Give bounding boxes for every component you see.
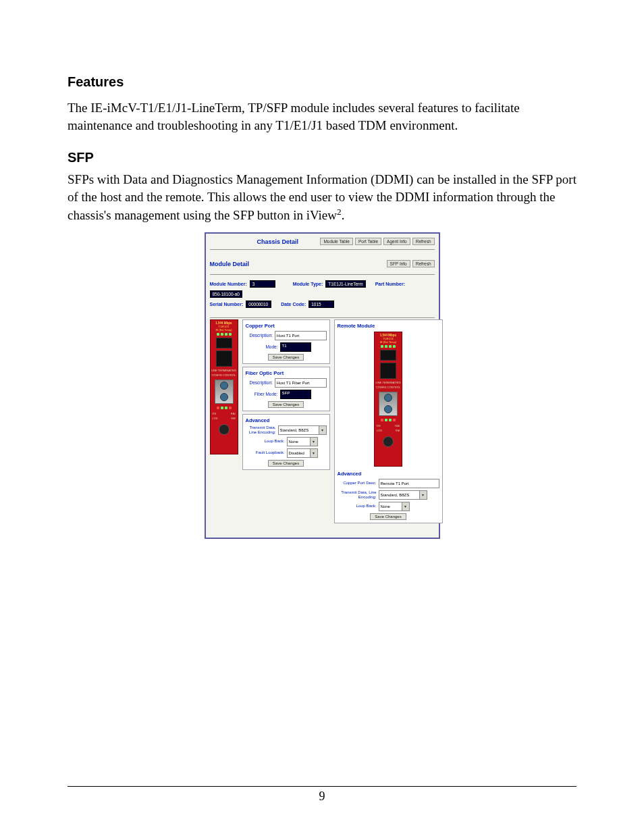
remote-loopback-select[interactable]: None▾: [379, 502, 410, 511]
part-number-label: Part Number:: [375, 282, 405, 286]
remote-config: CONFIG CONTROL: [375, 386, 401, 389]
advanced-title: Advanced: [246, 417, 327, 423]
refresh-button[interactable]: Refresh: [412, 238, 435, 245]
features-heading: Features: [68, 74, 576, 90]
remote-encoding-select[interactable]: Standard, B8ZS▾: [379, 490, 427, 500]
module-type-label: Module Type:: [293, 282, 323, 286]
fiber-port-icon: [216, 350, 232, 367]
serial-number-value: 00000010: [246, 301, 271, 308]
advanced-save-button[interactable]: Save Changes: [268, 460, 304, 467]
fiber-port-panel: Fiber Optic Port Description: Fiber Mode…: [242, 367, 330, 411]
module-number-value: 3: [250, 280, 275, 288]
agent-info-button[interactable]: Agent Info: [383, 238, 410, 245]
date-code-value: 1015: [308, 301, 334, 308]
chevron-down-icon: ▾: [310, 438, 317, 446]
page-number: 9: [0, 789, 644, 804]
module-detail-title: Module Detail: [210, 261, 250, 267]
remote-module-title: Remote Module: [338, 323, 439, 329]
fault-select[interactable]: Disabled▾: [287, 448, 318, 458]
chevron-down-icon: ▾: [402, 502, 409, 511]
sfp-text: SFPs with Data and Diagnostics Managemen…: [68, 172, 576, 222]
module-table-button[interactable]: Module Table: [320, 238, 353, 245]
led-label-rm: RM: [231, 417, 235, 420]
sfp-paragraph: SFPs with Data and Diagnostics Managemen…: [68, 171, 576, 224]
remote-save-button[interactable]: Save Changes: [370, 513, 406, 520]
features-paragraph: The IE-iMcV-T1/E1/J1-LineTerm, TP/SFP mo…: [68, 99, 576, 134]
dial-icon: [219, 424, 230, 435]
copper-mode-value: T1: [280, 342, 311, 352]
date-code-label: Date Code:: [281, 302, 306, 307]
sfp-heading: SFP: [68, 150, 576, 165]
loopback-select[interactable]: None▾: [287, 437, 318, 446]
copper-desc-label: Description:: [246, 333, 273, 338]
remote-led-label-ds: DS: [377, 424, 381, 427]
copper-port-title: Copper Port: [246, 323, 327, 329]
fiber-mode-value: SFP: [280, 390, 311, 399]
copper-mode-label: Mode:: [246, 344, 278, 349]
module-number-label: Module Number:: [210, 282, 247, 286]
remote-rj45-port-icon: [380, 350, 396, 361]
footer-rule: [68, 786, 576, 787]
copper-save-button[interactable]: Save Changes: [268, 354, 304, 361]
fiber-mode-label: Fiber Mode:: [246, 392, 278, 396]
module-type-value: T1E1J1-LineTerm: [325, 280, 365, 288]
serial-number-label: Serial Number:: [210, 302, 244, 307]
part-number-value: 850-18100-a0: [210, 290, 242, 298]
remote-fiber-port-icon: [380, 363, 396, 379]
loopback-label: Loop Back:: [246, 439, 285, 444]
remote-portdesc-input[interactable]: [379, 479, 439, 488]
device-config: CONFIG CONTROL: [211, 373, 237, 377]
remote-encoding-label: Transmit Data, Line Encoding:: [338, 490, 377, 499]
led-label-ds: DS: [213, 412, 217, 415]
chevron-down-icon: ▾: [319, 426, 326, 434]
device-line-term: LINE TERMINATING: [211, 369, 237, 372]
chevron-down-icon: ▾: [310, 449, 317, 457]
port-table-button[interactable]: Port Table: [355, 238, 381, 245]
led-label-los: LOS: [213, 417, 218, 420]
chassis-detail-title: Chassis Detail: [257, 238, 299, 245]
sfp-end: .: [342, 208, 345, 222]
fiber-save-button[interactable]: Save Changes: [268, 401, 304, 408]
host-module-image: 1.544 Mbps T1/E1/J1 IE (Ext Temp) LINE T…: [210, 319, 238, 523]
fault-label: Fault Loopback:: [246, 450, 285, 455]
sfp-info-button[interactable]: SFP Info: [387, 260, 410, 267]
remote-sfp-cage-icon: [379, 392, 398, 416]
advanced-panel: Advanced Transmit Data, Line Encoding: S…: [242, 414, 330, 470]
fiber-desc-label: Description:: [246, 380, 273, 385]
sfp-superscript: 2: [337, 207, 342, 217]
remote-module-panel: Remote Module 1.544 Mbps T1/E1/J1 IE (Ex…: [334, 319, 443, 523]
copper-port-panel: Copper Port Description: Mode: T1 Save C…: [242, 319, 330, 364]
remote-line-term: LINE TERMINATING: [375, 381, 401, 384]
sfp-cage-icon: [215, 380, 234, 404]
rj45-port-icon: [216, 338, 232, 348]
device-temp: IE (Ext Temp): [211, 328, 237, 332]
remote-led-label-los: LOS: [377, 429, 382, 432]
encoding-label: Transmit Data, Line Encoding:: [246, 425, 276, 434]
remote-portdesc-label: Copper Port Desc:: [338, 481, 377, 486]
mod-refresh-button[interactable]: Refresh: [412, 260, 435, 267]
chevron-down-icon: ▾: [419, 491, 427, 499]
encoding-select[interactable]: Standard, B8ZS▾: [278, 425, 327, 435]
copper-desc-input[interactable]: [275, 331, 327, 340]
remote-device-temp: IE (Ext Temp): [375, 340, 401, 344]
remote-led-label-rai: RAI: [395, 424, 400, 427]
remote-dial-icon: [383, 436, 394, 447]
fiber-port-title: Fiber Optic Port: [246, 370, 327, 376]
remote-loopback-label: Loop Back:: [338, 504, 377, 509]
led-label-rai: RAI: [231, 412, 236, 415]
iview-screenshot: Chassis Detail Module Table Port Table A…: [205, 232, 440, 539]
remote-advanced-title: Advanced: [338, 471, 439, 477]
fiber-desc-input[interactable]: [275, 378, 327, 388]
remote-led-label-rm: RM: [396, 429, 400, 432]
